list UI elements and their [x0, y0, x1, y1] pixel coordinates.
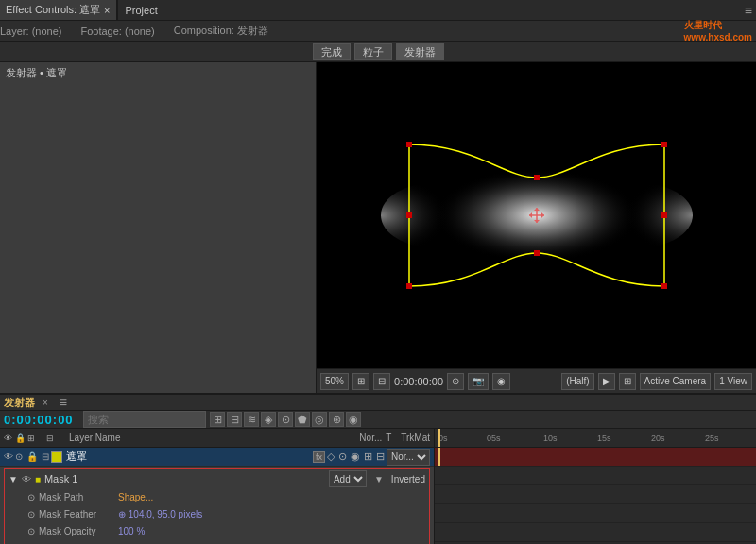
svg-rect-11 — [534, 250, 540, 256]
current-time-indicator — [438, 429, 440, 447]
composition-info: Composition: 发射器 — [174, 24, 268, 38]
mask-feather-stopwatch[interactable]: ⊙ — [27, 509, 35, 519]
blend-mode-select[interactable]: Nor... — [387, 449, 430, 466]
current-time-bar-1 — [438, 448, 440, 466]
mask-label: Mask 1 — [44, 473, 77, 484]
mask-header: ▼ 👁 ■ Mask 1 Add ▼ Inverted — [5, 469, 429, 488]
svg-point-2 — [381, 182, 494, 248]
mask-path-value[interactable]: Shape... — [118, 492, 153, 502]
time-ruler: 0s 05s 10s 15s 20s 25s — [435, 429, 756, 448]
effect-controls-close[interactable]: × — [104, 5, 110, 16]
mask-opacity-stopwatch[interactable]: ⊙ — [27, 526, 35, 536]
time-5s: 05s — [487, 434, 501, 443]
timeline-icon-4[interactable]: ◈ — [261, 412, 276, 427]
fx-badge: fx — [313, 451, 325, 463]
mask-expand-icon[interactable]: ▼ — [9, 474, 18, 484]
mask-inverted-label: Inverted — [391, 474, 425, 484]
layer-panel: 👁 🔒 ⊞ ⊟ Layer Name Nor... T TrkMat 👁 ⊙ 🔒… — [0, 429, 435, 544]
timeline-header: 发射器 × ≡ — [0, 395, 756, 411]
timeline-timecode[interactable]: 0:00:00:00 — [4, 413, 79, 427]
quality-control[interactable]: (Half) — [561, 373, 593, 390]
mask-feather-row: ⊙ Mask Feather ⊕ 104.0, 95.0 pixels — [5, 505, 429, 522]
t-header: T — [386, 433, 397, 443]
particle-btn[interactable]: 粒子 — [354, 43, 392, 60]
top-bar: Effect Controls: 遮罩 × Project ≡ — [0, 0, 756, 21]
layer-header-row: 👁 🔒 ⊞ ⊟ Layer Name Nor... T TrkMat — [0, 429, 434, 448]
svg-point-3 — [579, 182, 693, 248]
main-layer-row[interactable]: 👁 ⊙ 🔒 ⊟ 遮罩 fx ◇ ⊙ ◉ ⊞ ⊟ Nor... — [0, 448, 434, 467]
layer-timeline-1 — [435, 448, 756, 467]
timeline-icon-9[interactable]: ◉ — [346, 412, 361, 427]
complete-btn[interactable]: 完成 — [313, 43, 351, 60]
fast-preview[interactable]: ▶ — [598, 373, 615, 390]
viewer-inner — [381, 93, 693, 338]
time-20s: 20s — [651, 434, 665, 443]
left-panel: 发射器 • 遮罩 — [0, 62, 317, 393]
camera-control[interactable]: Active Camera — [640, 373, 712, 390]
viewer-panel: 50% ⊞ ⊟ 0:00:00:00 ⊙ 📷 ◉ (Half) ▶ ⊞ Acti… — [317, 62, 756, 393]
svg-rect-6 — [406, 142, 412, 147]
timeline-section: 发射器 × ≡ 0:00:00:00 ⊞ ⊟ ≋ ◈ ⊙ ⬟ ◎ ⊛ ◉ 👁 🔒… — [0, 393, 756, 544]
snapshot-control[interactable]: 📷 — [468, 373, 489, 390]
timeline-icon-3[interactable]: ≋ — [244, 412, 259, 427]
view-control[interactable]: 1 View — [714, 373, 752, 390]
mask-opacity-value[interactable]: 100 % — [118, 526, 145, 536]
timecode-display: 0:00:00:00 — [394, 376, 443, 387]
mask-blend-arrow: ▼ — [374, 474, 384, 484]
mask-section: ▼ 👁 ■ Mask 1 Add ▼ Inverted ⊙ Mask Path … — [4, 468, 430, 544]
timeline-icon-8[interactable]: ⊛ — [329, 412, 344, 427]
layer-name-header: Layer Name — [69, 433, 120, 443]
viewer-bottom-controls: 50% ⊞ ⊟ 0:00:00:00 ⊙ 📷 ◉ (Half) ▶ ⊞ Acti… — [317, 368, 756, 393]
layer-timeline-4 — [435, 504, 756, 523]
timeline-close[interactable]: × — [43, 398, 48, 408]
mask-visualization — [381, 93, 693, 338]
svg-rect-9 — [662, 283, 667, 289]
timeline-icons: ⊞ ⊟ ≋ ◈ ⊙ ⬟ ◎ ⊛ ◉ — [210, 412, 361, 427]
color-control[interactable]: ◉ — [492, 373, 510, 390]
timeline-body: 👁 🔒 ⊞ ⊟ Layer Name Nor... T TrkMat 👁 ⊙ 🔒… — [0, 429, 756, 544]
left-panel-content — [0, 84, 316, 393]
graph-panel: 0s 05s 10s 15s 20s 25s 思缘设计论坛 www.m — [435, 429, 756, 544]
mask-blend-mode[interactable]: Add — [329, 470, 367, 487]
timeline-icon-6[interactable]: ⬟ — [295, 412, 310, 427]
clock-control[interactable]: ⊙ — [447, 373, 464, 390]
mask-feather-value[interactable]: ⊕ 104.0, 95.0 pixels — [118, 509, 202, 519]
timeline-menu[interactable]: ≡ — [56, 395, 71, 410]
search-input[interactable] — [83, 411, 206, 428]
time-15s: 15s — [597, 434, 611, 443]
breadcrumb: 发射器 • 遮罩 — [0, 62, 316, 84]
emitter-btn[interactable]: 发射器 — [396, 43, 444, 60]
mask-icon: ■ — [35, 474, 41, 484]
timeline-icon-2[interactable]: ⊟ — [227, 412, 242, 427]
svg-rect-12 — [406, 212, 412, 218]
layer-timeline-3 — [435, 485, 756, 504]
mask-path-stopwatch[interactable]: ⊙ — [27, 492, 35, 502]
effect-controls-tab[interactable]: Effect Controls: 遮罩 × — [0, 0, 117, 20]
panel-menu-btn[interactable]: ≡ — [741, 3, 756, 18]
timeline-icon-7[interactable]: ◎ — [312, 412, 327, 427]
fit-control[interactable]: ⊞ — [352, 373, 369, 390]
mask-eye-icon[interactable]: 👁 — [22, 474, 31, 484]
logo: 火星时代 www.hxsd.com — [684, 19, 752, 42]
toolbar-row: 完成 粒子 发射器 — [0, 42, 756, 62]
layer-name: 遮罩 — [66, 450, 87, 464]
zoom-control[interactable]: 50% — [320, 373, 349, 390]
layer-info: Layer: (none) — [0, 26, 61, 37]
svg-rect-10 — [534, 175, 540, 180]
svg-rect-13 — [662, 212, 667, 218]
trkmat-header: TrkMat — [401, 433, 430, 443]
timeline-icon-1[interactable]: ⊞ — [210, 412, 225, 427]
mask-path-row: ⊙ Mask Path Shape... — [5, 488, 429, 505]
svg-rect-7 — [662, 142, 667, 147]
timeline-controls: 0:00:00:00 ⊞ ⊟ ≋ ◈ ⊙ ⬟ ◎ ⊛ ◉ — [0, 411, 756, 429]
footage-info: Footage: (none) — [80, 26, 154, 37]
main-area: 发射器 • 遮罩 — [0, 62, 756, 393]
timeline-icon-5[interactable]: ⊙ — [278, 412, 293, 427]
mask-opacity-row: ⊙ Mask Opacity 100 % — [5, 522, 429, 539]
grid-toggle[interactable]: ⊞ — [619, 373, 636, 390]
layer-timeline-2 — [435, 467, 756, 485]
resolution-control[interactable]: ⊟ — [373, 373, 390, 390]
project-tab[interactable]: Project — [118, 0, 165, 20]
effect-controls-label: Effect Controls: 遮罩 — [6, 3, 100, 17]
layer-timeline-5 — [435, 523, 756, 542]
